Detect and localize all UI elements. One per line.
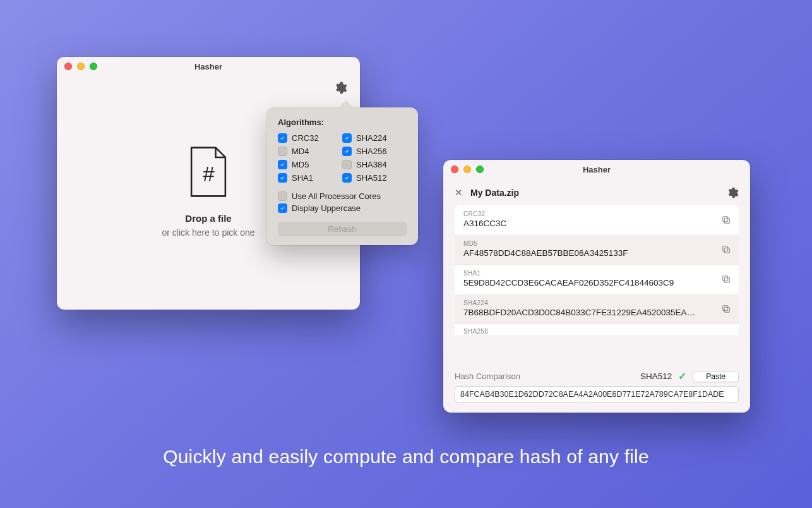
use-all-cores-checkbox[interactable]: Use All Processor Cores xyxy=(278,191,407,201)
titlebar: Hasher xyxy=(57,57,360,76)
algo-label: SHA224 xyxy=(356,133,386,143)
copy-button[interactable] xyxy=(721,274,731,284)
svg-rect-2 xyxy=(723,217,728,222)
matched-algorithm: SHA512 xyxy=(640,372,672,381)
gear-icon xyxy=(333,81,347,95)
checkbox-icon xyxy=(278,203,287,213)
hash-value: 7B68BDFD20ACD3D0C84B033C7FE31229EA452003… xyxy=(463,308,730,317)
hash-list: CRC32A316CC3CMD5AF48578DD4C88AEB57BBE06A… xyxy=(455,205,739,363)
svg-rect-1 xyxy=(724,218,729,223)
svg-rect-8 xyxy=(723,306,728,311)
algo-label: MD4 xyxy=(292,147,309,156)
copy-icon xyxy=(721,274,731,284)
algorithms-grid: CRC32SHA224MD4SHA256MD5SHA384SHA1SHA512 xyxy=(278,133,407,183)
hasher-results-window: Hasher ✕ My Data.zip CRC32A316CC3CMD5AF4… xyxy=(443,160,750,413)
algo-checkbox-md4[interactable]: MD4 xyxy=(278,147,342,156)
svg-text:#: # xyxy=(203,162,215,186)
file-hash-icon: # xyxy=(188,146,229,198)
rehash-button[interactable]: Rehash xyxy=(278,222,407,236)
checkbox-icon xyxy=(342,147,352,156)
algo-checkbox-md5[interactable]: MD5 xyxy=(278,160,342,169)
algo-label: CRC32 xyxy=(292,133,319,143)
checkbox-icon xyxy=(342,160,352,169)
algo-checkbox-sha1[interactable]: SHA1 xyxy=(278,173,342,183)
copy-button[interactable] xyxy=(721,245,731,255)
match-check-icon: ✓ xyxy=(678,370,686,382)
settings-popover: Algorithms: CRC32SHA224MD4SHA256MD5SHA38… xyxy=(266,107,418,245)
minimize-window-button[interactable] xyxy=(77,63,85,70)
hash-value: AF48578DD4C88AEB57BBE06A3425133F xyxy=(463,248,730,258)
checkbox-icon xyxy=(278,160,287,169)
copy-button[interactable] xyxy=(721,215,731,225)
use-all-cores-label: Use All Processor Cores xyxy=(292,191,381,201)
filename: My Data.zip xyxy=(470,188,519,198)
window-title: Hasher xyxy=(57,62,360,71)
svg-rect-5 xyxy=(724,277,729,282)
file-header: ✕ My Data.zip xyxy=(455,186,739,199)
hash-row-sha256: SHA256 xyxy=(455,324,739,336)
copy-icon xyxy=(721,304,731,314)
svg-rect-7 xyxy=(724,307,729,312)
minimize-window-button[interactable] xyxy=(463,166,471,173)
algo-label: MD5 xyxy=(292,160,309,169)
algo-checkbox-crc32[interactable]: CRC32 xyxy=(278,133,342,143)
drop-subtitle: or click here to pick one xyxy=(162,227,254,238)
hash-row-sha224: SHA2247B68BDFD20ACD3D0C84B033C7FE31229EA… xyxy=(455,294,739,324)
hash-comparison-section: Hash Comparison SHA512 ✓ Paste xyxy=(455,370,739,402)
copy-button[interactable] xyxy=(721,304,731,314)
algorithms-heading: Algorithms: xyxy=(278,118,407,127)
algo-checkbox-sha256[interactable]: SHA256 xyxy=(342,147,407,156)
checkbox-icon xyxy=(342,133,352,143)
gear-icon xyxy=(726,186,739,199)
hash-comparison-input[interactable] xyxy=(455,386,739,402)
hash-row-md5: MD5AF48578DD4C88AEB57BBE06A3425133F xyxy=(455,235,739,265)
hash-algo-label: SHA224 xyxy=(463,299,730,306)
zoom-window-button[interactable] xyxy=(90,63,97,70)
hash-value: A316CC3C xyxy=(463,219,730,228)
hash-row-crc32: CRC32A316CC3C xyxy=(455,205,739,235)
checkbox-icon xyxy=(278,133,287,143)
display-uppercase-checkbox[interactable]: Display Uppercase xyxy=(278,203,407,213)
checkbox-icon xyxy=(278,147,287,156)
titlebar: Hasher xyxy=(443,160,750,179)
display-uppercase-label: Display Uppercase xyxy=(292,203,361,213)
traffic-lights xyxy=(64,63,97,70)
hash-value: 5E9D8D42CCD3E6CACAEAF026D352FC41844603C9 xyxy=(463,278,730,287)
svg-rect-6 xyxy=(723,276,728,281)
clear-file-button[interactable]: ✕ xyxy=(455,187,463,198)
algo-checkbox-sha224[interactable]: SHA224 xyxy=(342,133,407,143)
drop-title: Drop a file xyxy=(185,213,231,224)
paste-button[interactable]: Paste xyxy=(693,371,739,382)
copy-icon xyxy=(721,215,731,225)
close-window-button[interactable] xyxy=(451,166,458,173)
svg-rect-4 xyxy=(723,246,728,251)
settings-button[interactable] xyxy=(333,81,347,95)
close-window-button[interactable] xyxy=(64,63,72,70)
checkbox-icon xyxy=(278,173,287,183)
traffic-lights xyxy=(451,166,484,173)
algo-checkbox-sha384[interactable]: SHA384 xyxy=(342,160,407,169)
zoom-window-button[interactable] xyxy=(476,166,484,173)
hash-comparison-label: Hash Comparison xyxy=(455,372,520,381)
algo-label: SHA384 xyxy=(356,160,386,169)
hash-algo-label: SHA256 xyxy=(463,328,730,335)
tagline: Quickly and easily compute and compare h… xyxy=(0,446,812,468)
algo-label: SHA1 xyxy=(292,173,313,183)
checkbox-icon xyxy=(342,173,352,183)
svg-rect-3 xyxy=(724,248,729,253)
hash-algo-label: CRC32 xyxy=(463,210,730,217)
hash-algo-label: SHA1 xyxy=(463,270,730,277)
hash-row-sha1: SHA15E9D8D42CCD3E6CACAEAF026D352FC418446… xyxy=(455,265,739,294)
algo-label: SHA512 xyxy=(356,173,386,183)
checkbox-icon xyxy=(278,191,287,201)
settings-button[interactable] xyxy=(726,186,739,199)
hash-algo-label: MD5 xyxy=(463,240,730,247)
copy-icon xyxy=(721,245,731,255)
window-title: Hasher xyxy=(443,165,750,174)
algo-label: SHA256 xyxy=(356,147,386,156)
algo-checkbox-sha512[interactable]: SHA512 xyxy=(342,173,407,183)
options-group: Use All Processor Cores Display Uppercas… xyxy=(278,191,407,213)
